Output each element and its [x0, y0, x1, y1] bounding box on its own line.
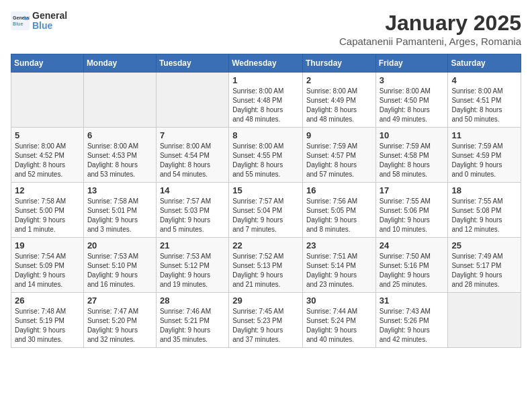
calendar-week-row: 19Sunrise: 7:54 AM Sunset: 5:09 PM Dayli…	[11, 238, 521, 293]
calendar-week-row: 5Sunrise: 8:00 AM Sunset: 4:52 PM Daylig…	[11, 128, 521, 183]
day-number: 30	[306, 295, 372, 306]
calendar-cell: 2Sunrise: 8:00 AM Sunset: 4:49 PM Daylig…	[302, 73, 375, 128]
day-info: Sunrise: 7:50 AM Sunset: 5:16 PM Dayligh…	[380, 252, 445, 289]
day-number: 19	[15, 240, 80, 250]
logo-line1: General	[32, 11, 67, 21]
calendar-cell: 22Sunrise: 7:52 AM Sunset: 5:13 PM Dayli…	[229, 238, 303, 293]
weekday-header: Monday	[83, 54, 156, 73]
logo-line2: Blue	[32, 21, 67, 31]
day-number: 14	[160, 185, 225, 195]
day-info: Sunrise: 7:48 AM Sunset: 5:19 PM Dayligh…	[15, 307, 80, 345]
day-number: 21	[160, 240, 225, 250]
weekday-header: Wednesday	[229, 54, 303, 73]
logo-icon: General Blue	[11, 11, 30, 30]
calendar-cell: 14Sunrise: 7:57 AM Sunset: 5:03 PM Dayli…	[156, 183, 228, 238]
day-info: Sunrise: 8:00 AM Sunset: 4:50 PM Dayligh…	[380, 87, 445, 124]
calendar-cell: 1Sunrise: 8:00 AM Sunset: 4:48 PM Daylig…	[229, 73, 303, 128]
calendar-cell: 19Sunrise: 7:54 AM Sunset: 5:09 PM Dayli…	[11, 238, 84, 293]
day-info: Sunrise: 7:56 AM Sunset: 5:05 PM Dayligh…	[306, 197, 372, 234]
calendar-week-row: 26Sunrise: 7:48 AM Sunset: 5:19 PM Dayli…	[11, 293, 521, 348]
calendar-cell: 4Sunrise: 8:00 AM Sunset: 4:51 PM Daylig…	[448, 73, 521, 128]
day-number: 13	[87, 185, 152, 195]
day-number: 15	[232, 185, 299, 195]
day-info: Sunrise: 7:58 AM Sunset: 5:00 PM Dayligh…	[15, 197, 80, 234]
day-number: 17	[380, 185, 445, 195]
calendar-cell: 21Sunrise: 7:53 AM Sunset: 5:12 PM Dayli…	[156, 238, 228, 293]
calendar-cell: 3Sunrise: 8:00 AM Sunset: 4:50 PM Daylig…	[375, 73, 448, 128]
day-info: Sunrise: 8:00 AM Sunset: 4:53 PM Dayligh…	[87, 142, 152, 179]
calendar-cell: 26Sunrise: 7:48 AM Sunset: 5:19 PM Dayli…	[11, 293, 84, 348]
day-number: 23	[306, 240, 372, 250]
day-number: 11	[451, 130, 517, 140]
calendar-cell: 28Sunrise: 7:46 AM Sunset: 5:21 PM Dayli…	[156, 293, 228, 348]
day-info: Sunrise: 7:46 AM Sunset: 5:21 PM Dayligh…	[160, 307, 225, 345]
calendar-subtitle: Capatanenii Pamanteni, Arges, Romania	[339, 36, 521, 47]
day-number: 3	[380, 75, 445, 85]
day-info: Sunrise: 7:55 AM Sunset: 5:06 PM Dayligh…	[380, 197, 445, 234]
calendar-cell: 12Sunrise: 7:58 AM Sunset: 5:00 PM Dayli…	[11, 183, 84, 238]
svg-rect-0	[11, 11, 30, 30]
day-number: 16	[306, 185, 372, 195]
calendar-cell: 23Sunrise: 7:51 AM Sunset: 5:14 PM Dayli…	[302, 238, 375, 293]
day-number: 29	[232, 295, 299, 306]
day-info: Sunrise: 7:57 AM Sunset: 5:03 PM Dayligh…	[160, 197, 225, 234]
day-info: Sunrise: 7:58 AM Sunset: 5:01 PM Dayligh…	[87, 197, 152, 234]
calendar-cell: 9Sunrise: 7:59 AM Sunset: 4:57 PM Daylig…	[302, 128, 375, 183]
calendar-cell	[448, 293, 521, 348]
day-number: 25	[451, 240, 517, 250]
calendar-cell: 25Sunrise: 7:49 AM Sunset: 5:17 PM Dayli…	[448, 238, 521, 293]
day-info: Sunrise: 7:59 AM Sunset: 4:59 PM Dayligh…	[451, 142, 517, 179]
calendar-cell: 6Sunrise: 8:00 AM Sunset: 4:53 PM Daylig…	[83, 128, 156, 183]
weekday-header: Sunday	[11, 54, 84, 73]
day-info: Sunrise: 8:00 AM Sunset: 4:52 PM Dayligh…	[15, 142, 80, 179]
day-info: Sunrise: 8:00 AM Sunset: 4:48 PM Dayligh…	[232, 87, 299, 124]
calendar-cell	[83, 73, 156, 128]
calendar-cell: 27Sunrise: 7:47 AM Sunset: 5:20 PM Dayli…	[83, 293, 156, 348]
calendar-cell: 29Sunrise: 7:45 AM Sunset: 5:23 PM Dayli…	[229, 293, 303, 348]
day-info: Sunrise: 7:51 AM Sunset: 5:14 PM Dayligh…	[306, 252, 372, 289]
day-info: Sunrise: 7:49 AM Sunset: 5:17 PM Dayligh…	[451, 252, 517, 289]
calendar-cell: 24Sunrise: 7:50 AM Sunset: 5:16 PM Dayli…	[375, 238, 448, 293]
day-number: 1	[232, 75, 299, 85]
title-area: January 2025 Capatanenii Pamanteni, Arge…	[339, 11, 521, 47]
weekday-header-row: SundayMondayTuesdayWednesdayThursdayFrid…	[11, 54, 521, 73]
calendar-cell: 20Sunrise: 7:53 AM Sunset: 5:10 PM Dayli…	[83, 238, 156, 293]
calendar-cell: 10Sunrise: 7:59 AM Sunset: 4:58 PM Dayli…	[375, 128, 448, 183]
weekday-header: Tuesday	[156, 54, 228, 73]
day-number: 12	[15, 185, 80, 195]
day-number: 4	[451, 75, 517, 85]
day-number: 22	[232, 240, 299, 250]
day-number: 18	[451, 185, 517, 195]
calendar-cell: 5Sunrise: 8:00 AM Sunset: 4:52 PM Daylig…	[11, 128, 84, 183]
day-info: Sunrise: 7:57 AM Sunset: 5:04 PM Dayligh…	[232, 197, 299, 234]
calendar-cell: 11Sunrise: 7:59 AM Sunset: 4:59 PM Dayli…	[448, 128, 521, 183]
day-number: 10	[380, 130, 445, 140]
day-info: Sunrise: 7:54 AM Sunset: 5:09 PM Dayligh…	[15, 252, 80, 289]
weekday-header: Friday	[375, 54, 448, 73]
day-number: 31	[380, 295, 445, 306]
day-info: Sunrise: 7:45 AM Sunset: 5:23 PM Dayligh…	[232, 307, 299, 345]
day-info: Sunrise: 7:43 AM Sunset: 5:26 PM Dayligh…	[380, 307, 445, 345]
day-number: 24	[380, 240, 445, 250]
calendar-week-row: 12Sunrise: 7:58 AM Sunset: 5:00 PM Dayli…	[11, 183, 521, 238]
calendar-title: January 2025	[339, 11, 521, 36]
day-number: 26	[15, 295, 80, 306]
svg-text:Blue: Blue	[13, 21, 23, 26]
calendar-cell: 16Sunrise: 7:56 AM Sunset: 5:05 PM Dayli…	[302, 183, 375, 238]
day-info: Sunrise: 8:00 AM Sunset: 4:54 PM Dayligh…	[160, 142, 225, 179]
day-number: 9	[306, 130, 372, 140]
day-info: Sunrise: 8:00 AM Sunset: 4:51 PM Dayligh…	[451, 87, 517, 124]
calendar-table: SundayMondayTuesdayWednesdayThursdayFrid…	[11, 54, 521, 348]
day-info: Sunrise: 7:53 AM Sunset: 5:10 PM Dayligh…	[87, 252, 152, 289]
calendar-week-row: 1Sunrise: 8:00 AM Sunset: 4:48 PM Daylig…	[11, 73, 521, 128]
day-info: Sunrise: 7:47 AM Sunset: 5:20 PM Dayligh…	[87, 307, 152, 345]
calendar-cell: 13Sunrise: 7:58 AM Sunset: 5:01 PM Dayli…	[83, 183, 156, 238]
day-info: Sunrise: 7:55 AM Sunset: 5:08 PM Dayligh…	[451, 197, 517, 234]
day-number: 8	[232, 130, 299, 140]
logo: General Blue General Blue	[11, 11, 67, 32]
calendar-cell: 30Sunrise: 7:44 AM Sunset: 5:24 PM Dayli…	[302, 293, 375, 348]
weekday-header: Saturday	[448, 54, 521, 73]
day-number: 6	[87, 130, 152, 140]
calendar-cell: 15Sunrise: 7:57 AM Sunset: 5:04 PM Dayli…	[229, 183, 303, 238]
day-number: 2	[306, 75, 372, 85]
